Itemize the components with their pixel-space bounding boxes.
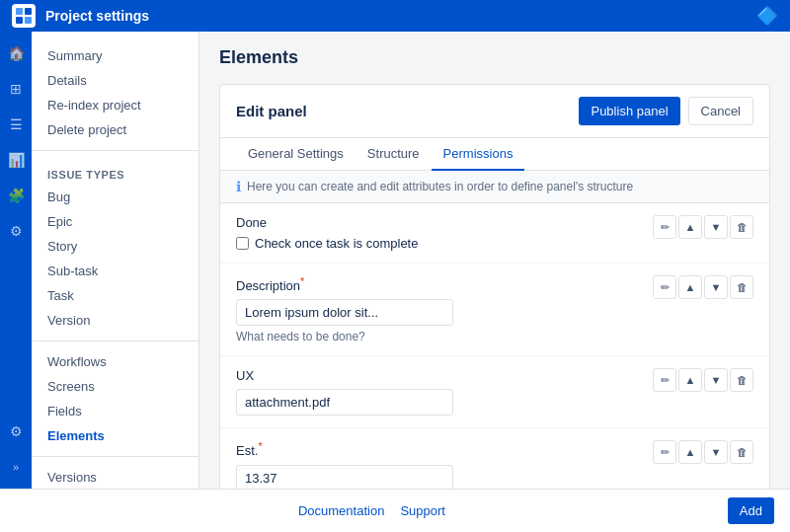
main-content: Elements Edit panel Publish panel Cancel… xyxy=(199,32,790,489)
field-row-ux: UX ✏ ▲ ▼ 🗑 xyxy=(220,356,769,428)
footer-links: Documentation Support xyxy=(298,503,445,518)
description-edit-button[interactable]: ✏ xyxy=(653,275,676,299)
description-field-controls: ✏ ▲ ▼ 🗑 xyxy=(645,275,753,299)
est-down-button[interactable]: ▼ xyxy=(704,440,728,464)
done-edit-button[interactable]: ✏ xyxy=(653,215,676,239)
rail-home-icon[interactable]: 🏠 xyxy=(2,39,30,67)
info-icon: ℹ xyxy=(236,179,241,194)
svg-rect-3 xyxy=(25,17,32,24)
est-input[interactable] xyxy=(236,465,453,489)
description-down-button[interactable]: ▼ xyxy=(704,275,728,299)
done-delete-button[interactable]: 🗑 xyxy=(730,215,753,239)
sidebar-item-epic[interactable]: Epic xyxy=(32,209,198,234)
panel-title: Edit panel xyxy=(236,103,307,119)
info-bar: ℹ Here you can create and edit attribute… xyxy=(220,171,769,203)
tab-permissions[interactable]: Permissions xyxy=(432,138,525,171)
rail-layers-icon[interactable]: ☰ xyxy=(2,111,30,138)
field-done-label: Done xyxy=(236,215,633,230)
done-field-controls: ✏ ▲ ▼ 🗑 xyxy=(645,215,753,239)
description-sublabel: What needs to be done? xyxy=(236,330,633,343)
field-done-content: Done Check once task is complete xyxy=(236,215,633,251)
done-up-button[interactable]: ▲ xyxy=(678,215,702,239)
sidebar-item-task[interactable]: Task xyxy=(32,283,198,308)
panel-body: Done Check once task is complete ✏ ▲ ▼ 🗑 xyxy=(220,203,769,489)
page-title-topbar: Project settings xyxy=(45,8,747,24)
sidebar-item-bug[interactable]: Bug xyxy=(32,185,198,209)
field-est-label: Est.* xyxy=(236,440,633,458)
sidebar-item-workflows[interactable]: Workflows xyxy=(32,349,198,374)
svg-rect-0 xyxy=(16,8,23,15)
footer: Documentation Support Add xyxy=(0,489,790,532)
ux-edit-button[interactable]: ✏ xyxy=(653,368,676,392)
rail-gear-icon[interactable]: ⚙ xyxy=(2,217,30,245)
description-input[interactable] xyxy=(236,299,453,326)
info-text: Here you can create and edit attributes … xyxy=(247,180,633,193)
documentation-link[interactable]: Documentation xyxy=(298,503,384,518)
done-down-button[interactable]: ▼ xyxy=(704,215,728,239)
sidebar-item-version[interactable]: Version xyxy=(32,308,198,333)
ux-delete-button[interactable]: 🗑 xyxy=(730,368,753,392)
ux-input[interactable] xyxy=(236,389,453,416)
description-delete-button[interactable]: 🗑 xyxy=(730,275,753,299)
support-link[interactable]: Support xyxy=(400,503,445,518)
field-description-label: Description* xyxy=(236,275,633,293)
sidebar-item-screens[interactable]: Screens xyxy=(32,374,198,399)
est-delete-button[interactable]: 🗑 xyxy=(730,440,753,464)
field-row-description: Description* What needs to be done? ✏ ▲ … xyxy=(220,264,769,356)
panel-header: Edit panel Publish panel Cancel xyxy=(220,85,769,138)
topbar: Project settings 🔷 xyxy=(0,0,790,32)
sidebar-section-issue-types: Issue types xyxy=(32,159,198,185)
field-ux-content: UX xyxy=(236,368,633,416)
panel-actions: Publish panel Cancel xyxy=(579,97,753,125)
svg-rect-2 xyxy=(16,17,23,24)
sidebar: Summary Details Re-index project Delete … xyxy=(32,32,199,489)
rail-puzzle-icon[interactable]: 🧩 xyxy=(2,182,30,209)
field-row-est: Est.* Estimation, in days ✏ ▲ ▼ 🗑 xyxy=(220,428,769,489)
ux-up-button[interactable]: ▲ xyxy=(678,368,702,392)
done-checkbox-row: Check once task is complete xyxy=(236,236,633,251)
topbar-app-icon[interactable]: 🔷 xyxy=(756,5,778,27)
done-checkbox[interactable] xyxy=(236,237,249,250)
rail-settings-bottom-icon[interactable]: ⚙ xyxy=(2,418,30,445)
tab-structure[interactable]: Structure xyxy=(356,138,432,171)
est-up-button[interactable]: ▲ xyxy=(678,440,702,464)
est-edit-button[interactable]: ✏ xyxy=(653,440,676,464)
field-est-content: Est.* Estimation, in days xyxy=(236,440,633,489)
edit-panel: Edit panel Publish panel Cancel General … xyxy=(219,84,770,489)
sidebar-item-subtask[interactable]: Sub-task xyxy=(32,259,198,283)
sidebar-item-summary[interactable]: Summary xyxy=(32,43,198,68)
ux-down-button[interactable]: ▼ xyxy=(704,368,728,392)
field-description-content: Description* What needs to be done? xyxy=(236,275,633,343)
sidebar-item-reindex[interactable]: Re-index project xyxy=(32,93,198,117)
cancel-button[interactable]: Cancel xyxy=(688,97,753,125)
rail-expand-icon[interactable]: » xyxy=(2,453,30,481)
publish-panel-button[interactable]: Publish panel xyxy=(579,97,679,125)
svg-rect-1 xyxy=(25,8,32,15)
sidebar-item-story[interactable]: Story xyxy=(32,234,198,259)
ux-field-controls: ✏ ▲ ▼ 🗑 xyxy=(645,368,753,392)
sidebar-item-details[interactable]: Details xyxy=(32,68,198,93)
left-rail: 🏠 ⊞ ☰ 📊 🧩 ⚙ ⚙ » xyxy=(0,32,32,489)
field-ux-label: UX xyxy=(236,368,633,383)
done-checkbox-label: Check once task is complete xyxy=(255,236,418,251)
tab-general-settings[interactable]: General Settings xyxy=(236,138,356,171)
app-logo[interactable] xyxy=(12,4,36,28)
panel-tabs: General Settings Structure Permissions xyxy=(220,138,769,171)
add-button[interactable]: Add xyxy=(728,497,774,524)
sidebar-item-versions[interactable]: Versions xyxy=(32,465,198,489)
content-page-title: Elements xyxy=(219,47,770,68)
sidebar-item-fields[interactable]: Fields xyxy=(32,399,198,423)
est-field-controls: ✏ ▲ ▼ 🗑 xyxy=(645,440,753,464)
field-row-done: Done Check once task is complete ✏ ▲ ▼ 🗑 xyxy=(220,203,769,264)
sidebar-item-delete[interactable]: Delete project xyxy=(32,117,198,142)
rail-board-icon[interactable]: ⊞ xyxy=(2,75,30,103)
description-up-button[interactable]: ▲ xyxy=(678,275,702,299)
rail-chart-icon[interactable]: 📊 xyxy=(2,146,30,174)
sidebar-item-elements[interactable]: Elements xyxy=(32,423,198,448)
